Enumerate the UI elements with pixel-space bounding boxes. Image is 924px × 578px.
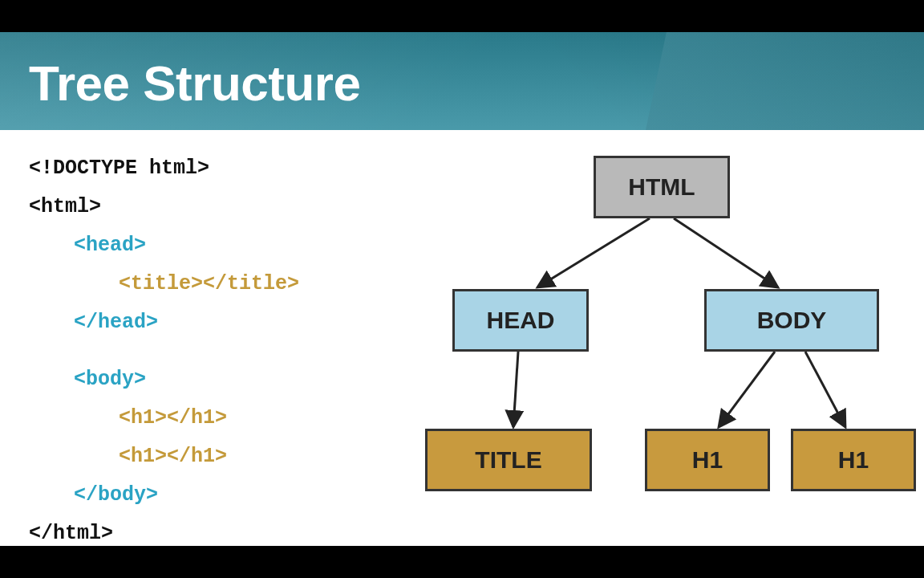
node-html: HTML [594, 156, 730, 218]
code-blank-line [29, 342, 299, 360]
svg-line-1 [674, 218, 778, 287]
tree-diagram: HTML HEAD BODY TITLE H1 H1 [401, 138, 914, 539]
code-block: <!DOCTYPE html> <html> <head> <title></t… [29, 149, 299, 553]
slide-title: Tree Structure [0, 32, 924, 112]
code-line-body-open: <body> [29, 360, 299, 399]
svg-line-4 [805, 352, 845, 427]
svg-line-3 [719, 352, 775, 427]
svg-line-2 [513, 352, 518, 427]
slide: Tree Structure <!DOCTYPE html> <html> <h… [0, 32, 924, 546]
node-body: BODY [704, 289, 879, 352]
slide-content: <!DOCTYPE html> <html> <head> <title></t… [0, 130, 924, 546]
node-h1-second: H1 [791, 429, 916, 491]
code-line-html-open: <html> [29, 188, 299, 226]
code-line-body-close: </body> [29, 476, 299, 515]
code-line-html-close: </html> [29, 515, 299, 553]
code-line-title: <title></title> [29, 265, 299, 303]
code-line-head-close: </head> [29, 303, 299, 342]
node-title: TITLE [425, 429, 592, 491]
code-line-head-open: <head> [29, 226, 299, 265]
code-line-doctype: <!DOCTYPE html> [29, 149, 299, 188]
code-line-h1-2: <h1></h1> [29, 438, 299, 476]
svg-line-0 [537, 218, 650, 287]
code-line-h1-1: <h1></h1> [29, 399, 299, 438]
node-h1-first: H1 [645, 429, 770, 491]
node-head: HEAD [452, 289, 589, 352]
slide-header: Tree Structure [0, 32, 924, 130]
